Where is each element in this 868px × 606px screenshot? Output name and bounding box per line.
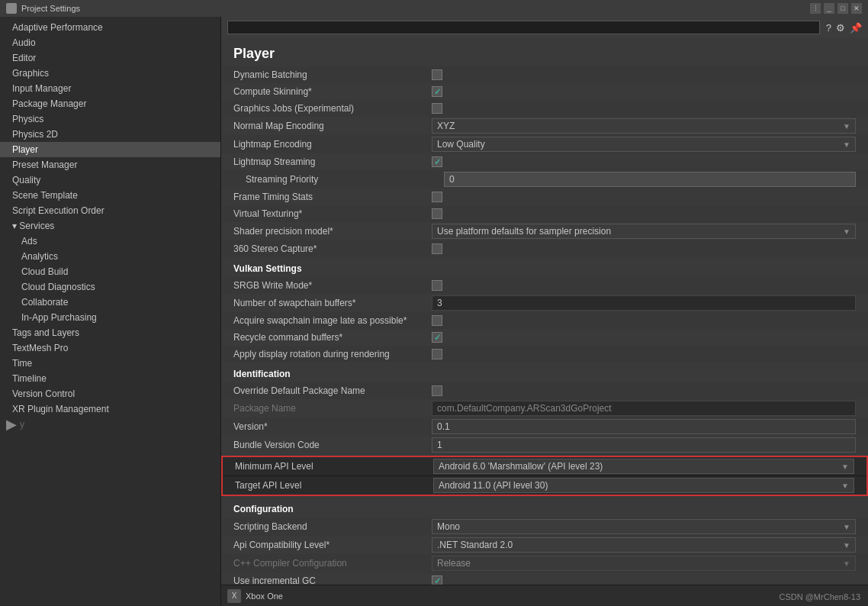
xbox-icon: X — [227, 589, 241, 603]
input-bundle-version[interactable] — [432, 437, 856, 453]
sidebar-item-collaborate[interactable]: Collaborate — [0, 295, 220, 310]
sidebar-item-analytics[interactable]: Analytics — [0, 249, 220, 264]
row-dynamic-batching: Dynamic Batching — [221, 66, 868, 83]
sidebar-item-quality[interactable]: Quality — [0, 172, 220, 188]
sidebar-item-physics[interactable]: Physics — [0, 111, 220, 127]
sidebar-item-textmesh[interactable]: TextMesh Pro — [0, 340, 220, 356]
dropdown-lightmap-encoding[interactable]: Low Quality ▼ — [432, 137, 856, 152]
checkbox-frame-timing[interactable] — [432, 192, 442, 202]
checkbox-dynamic-batching[interactable] — [432, 69, 442, 80]
checkbox-srgb-write[interactable] — [432, 280, 442, 291]
main-layout: Adaptive Performance Audio Editor Graphi… — [0, 17, 868, 606]
page-title: Player — [221, 38, 868, 66]
sidebar-item-scene-template[interactable]: Scene Template — [0, 188, 220, 203]
dropdown-min-api-arrow: ▼ — [841, 463, 849, 471]
sidebar-item-player[interactable]: Player — [0, 142, 220, 157]
row-frame-timing: Frame Timing Stats — [221, 189, 868, 205]
dropdown-minimum-api[interactable]: Android 6.0 'Marshmallow' (API level 23)… — [433, 459, 854, 474]
value-streaming-priority — [444, 172, 856, 187]
label-normal-map: Normal Map Encoding — [233, 121, 432, 131]
xbox-tab[interactable]: X Xbox One — [227, 589, 283, 603]
checkbox-graphics-jobs[interactable] — [432, 103, 442, 114]
value-package-name — [432, 401, 856, 416]
row-streaming-priority: Streaming Priority — [221, 170, 868, 189]
pin-button[interactable]: 📌 — [850, 22, 862, 34]
dropdown-cpp-compiler[interactable]: Release ▼ — [432, 556, 856, 571]
sidebar-item-timeline[interactable]: Timeline — [0, 371, 220, 386]
row-package-name: Package Name — [221, 399, 868, 417]
dropdown-normal-map[interactable]: XYZ ▼ — [432, 118, 856, 134]
minimize-button[interactable]: _ — [824, 3, 834, 14]
value-api-compat: .NET Standard 2.0 ▼ — [432, 537, 856, 553]
sidebar-item-graphics[interactable]: Graphics — [0, 66, 220, 81]
label-virtual-texturing: Virtual Texturing* — [233, 208, 432, 219]
dropdown-api-compat[interactable]: .NET Standard 2.0 ▼ — [432, 537, 856, 553]
value-incremental-gc — [432, 575, 856, 585]
checkbox-lightmap-streaming[interactable] — [432, 156, 442, 167]
app-icon — [6, 3, 17, 14]
checkbox-incremental-gc[interactable] — [432, 575, 442, 585]
value-override-package — [432, 385, 856, 396]
row-graphics-jobs: Graphics Jobs (Experimental) — [221, 100, 868, 117]
close-button[interactable]: ✕ — [851, 3, 862, 14]
row-lightmap-encoding: Lightmap Encoding Low Quality ▼ — [221, 135, 868, 153]
input-version[interactable] — [432, 419, 856, 434]
sidebar-item-cloud-build[interactable]: Cloud Build — [0, 264, 220, 279]
label-graphics-jobs: Graphics Jobs (Experimental) — [233, 103, 432, 114]
sidebar-item-services[interactable]: ▾ Services — [0, 218, 220, 234]
row-virtual-texturing: Virtual Texturing* — [221, 205, 868, 222]
sidebar-item-editor[interactable]: Editor — [0, 50, 220, 66]
label-target-api: Target API Level — [235, 480, 433, 491]
sidebar-item-time[interactable]: Time — [0, 356, 220, 371]
input-streaming-priority[interactable] — [444, 172, 856, 187]
checkbox-acquire-swapchain[interactable] — [432, 315, 442, 326]
sidebar-item-script-execution[interactable]: Script Execution Order — [0, 203, 220, 218]
label-shader-precision: Shader precision model* — [233, 226, 432, 237]
sidebar-item-tags-layers[interactable]: Tags and Layers — [0, 325, 220, 340]
dropdown-shader-precision[interactable]: Use platform defaults for sampler precis… — [432, 224, 856, 239]
sidebar-item-version-control[interactable]: Version Control — [0, 386, 220, 401]
value-srgb-write — [432, 280, 856, 291]
window-title: Project Settings — [21, 4, 810, 13]
section-identification: Identification — [221, 363, 868, 382]
dropdown-target-api[interactable]: Android 11.0 (API level 30) ▼ — [433, 478, 854, 493]
label-scripting-backend: Scripting Backend — [233, 521, 432, 532]
value-dynamic-batching — [432, 69, 856, 80]
sidebar-item-ads[interactable]: Ads — [0, 234, 220, 249]
maximize-button[interactable]: □ — [837, 3, 848, 14]
settings-button[interactable]: ⚙ — [836, 22, 845, 34]
row-display-rotation: Apply display rotation during rendering — [221, 346, 868, 363]
dropdown-api-compat-arrow: ▼ — [843, 541, 850, 550]
checkbox-360-stereo[interactable] — [432, 243, 442, 254]
value-version — [432, 419, 856, 434]
dropdown-scripting-backend[interactable]: Mono ▼ — [432, 519, 856, 534]
menu-button[interactable]: ⋮ — [810, 3, 821, 14]
title-bar: Project Settings ⋮ _ □ ✕ — [0, 0, 868, 17]
label-minimum-api: Minimum API Level — [235, 461, 433, 472]
checkbox-override-package[interactable] — [432, 385, 442, 396]
value-360-stereo — [432, 243, 856, 254]
sidebar-item-xr-plugin[interactable]: XR Plugin Management — [0, 401, 220, 417]
search-input[interactable] — [227, 21, 820, 34]
label-compute-skinning: Compute Skinning* — [233, 86, 432, 97]
label-swapchain-buffers: Number of swapchain buffers* — [233, 298, 432, 308]
label-acquire-swapchain: Acquire swapchain image late as possible… — [233, 315, 432, 326]
row-scripting-backend: Scripting Backend Mono ▼ — [221, 517, 868, 536]
dropdown-scripting-arrow: ▼ — [843, 523, 850, 531]
help-button[interactable]: ? — [826, 22, 831, 34]
sidebar-item-adaptive-performance[interactable]: Adaptive Performance — [0, 20, 220, 35]
row-target-api: Target API Level Android 11.0 (API level… — [223, 476, 866, 495]
sidebar-item-audio[interactable]: Audio — [0, 35, 220, 50]
checkbox-virtual-texturing[interactable] — [432, 208, 442, 219]
sidebar-item-cloud-diagnostics[interactable]: Cloud Diagnostics — [0, 279, 220, 295]
checkbox-compute-skinning[interactable] — [432, 86, 442, 97]
checkbox-recycle-buffers[interactable] — [432, 332, 442, 343]
sidebar-item-physics2d[interactable]: Physics 2D — [0, 127, 220, 142]
input-package-name[interactable] — [432, 401, 856, 416]
checkbox-display-rotation[interactable] — [432, 349, 442, 359]
sidebar-item-package-manager[interactable]: Package Manager — [0, 96, 220, 111]
sidebar-item-preset-manager[interactable]: Preset Manager — [0, 157, 220, 172]
sidebar-item-inapp-purchasing[interactable]: In-App Purchasing — [0, 310, 220, 325]
sidebar-item-input-manager[interactable]: Input Manager — [0, 81, 220, 96]
row-override-package: Override Default Package Name — [221, 382, 868, 399]
